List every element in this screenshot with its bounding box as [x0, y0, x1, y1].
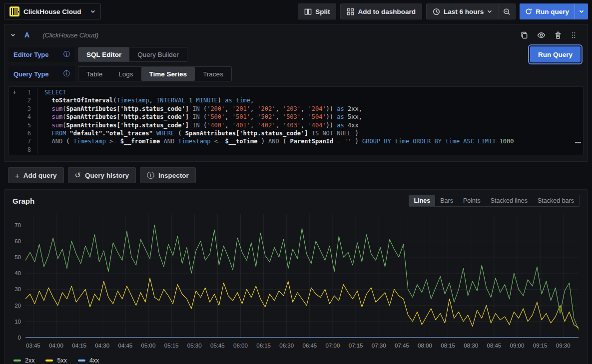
split-button[interactable]: Split — [298, 3, 336, 19]
toggle-visibility-eye-icon[interactable] — [537, 31, 546, 39]
x-axis-tick-label: 08:00 — [418, 343, 432, 349]
query-editor-panel: A (ClickHouse Cloud) Editor Type ⓘ SQL E… — [4, 24, 588, 162]
editor-cursor-marker — [575, 142, 581, 143]
query-type-label: Query Type ⓘ — [8, 66, 75, 81]
gutter-add-icon — [9, 105, 20, 113]
add-query-button[interactable]: + Add query — [8, 167, 64, 183]
graph-mode-bars[interactable]: Bars — [435, 195, 458, 206]
duplicate-query-icon[interactable] — [521, 31, 528, 39]
zoom-out-time-button[interactable] — [499, 3, 516, 19]
chart-legend: 2xx5xx4xx — [8, 355, 584, 364]
editor-type-toggle: SQL EditorQuery Builder — [78, 47, 187, 62]
code-line-3[interactable]: 3 sum(SpanAttributes['http.status_code']… — [9, 105, 583, 113]
gutter-add-icon — [9, 146, 20, 154]
graph-panel: Graph LinesBarsPointsStacked linesStacke… — [4, 189, 588, 364]
datasource-name: ClickHouse Cloud — [23, 8, 86, 15]
query-type-toggle: TableLogsTime SeriesTraces — [78, 66, 232, 81]
code-text: sum(SpanAttributes['http.status_code'] I… — [37, 121, 583, 129]
history-icon: ↺ — [75, 171, 81, 180]
editor-type-query-builder[interactable]: Query Builder — [129, 47, 187, 61]
code-line-8[interactable]: 8 — [9, 146, 583, 154]
time-series-chart[interactable]: 01020304050607003:4504:0004:1504:3004:45… — [8, 209, 584, 355]
graph-mode-stacked-lines[interactable]: Stacked lines — [486, 195, 533, 206]
code-text: SELECT — [37, 88, 583, 96]
editor-type-row: Editor Type ⓘ SQL EditorQuery Builder Ru… — [8, 46, 584, 62]
line-number: 8 — [20, 146, 33, 154]
x-axis-tick-label: 05:45 — [210, 343, 225, 349]
line-number: 6 — [20, 129, 33, 137]
x-axis-tick-label: 09:00 — [510, 343, 525, 349]
add-to-dashboard-button[interactable]: Add to dashboard — [340, 3, 422, 19]
x-axis-tick-label: 09:30 — [556, 343, 571, 349]
query-type-table[interactable]: Table — [78, 67, 110, 81]
time-controls: Last 6 hours — [426, 3, 516, 19]
y-axis-tick-label: 70 — [14, 222, 21, 228]
legend-label: 5xx — [57, 357, 66, 364]
legend-item-2xx[interactable]: 2xx — [13, 357, 34, 364]
code-line-1[interactable]: +1SELECT — [9, 88, 583, 96]
delete-query-trash-icon[interactable] — [555, 31, 562, 39]
info-icon[interactable]: ⓘ — [63, 69, 70, 78]
series-line-5xx — [25, 278, 579, 328]
chevron-down-icon — [487, 9, 492, 14]
info-icon[interactable]: ⓘ — [63, 50, 70, 59]
inspector-button[interactable]: ⓘ Inspector — [140, 167, 196, 183]
y-axis-tick-label: 50 — [14, 254, 21, 260]
gutter-add-icon — [9, 121, 20, 129]
code-line-7[interactable]: 7 AND ( Timestamp >= $__fromTime AND Tim… — [9, 137, 583, 145]
query-type-time-series[interactable]: Time Series — [141, 67, 195, 81]
graph-mode-lines[interactable]: Lines — [409, 195, 436, 206]
x-axis-tick-label: 06:30 — [279, 343, 294, 349]
time-range-picker[interactable]: Last 6 hours — [426, 3, 499, 19]
gutter-add-icon — [9, 96, 20, 104]
graph-mode-points[interactable]: Points — [458, 195, 486, 206]
code-line-4[interactable]: 4 sum(SpanAttributes['http.status_code']… — [9, 113, 583, 121]
run-query-dropdown-button[interactable] — [575, 9, 588, 14]
query-type-traces[interactable]: Traces — [195, 67, 231, 81]
datasource-picker[interactable]: ClickHouse Cloud — [4, 3, 101, 19]
line-number: 4 — [20, 113, 33, 121]
run-query-button[interactable]: Run query — [520, 8, 575, 15]
x-axis-tick-label: 07:00 — [326, 343, 340, 349]
graph-style-toggle: LinesBarsPointsStacked linesStacked bars — [409, 195, 580, 207]
add-to-dashboard-label: Add to dashboard — [358, 8, 416, 15]
line-number: 1 — [20, 88, 33, 96]
editor-type-sql-editor[interactable]: SQL Editor — [78, 47, 129, 61]
gutter-add-icon — [9, 137, 20, 145]
x-axis-tick-label: 05:00 — [141, 343, 156, 349]
line-number: 5 — [20, 121, 33, 129]
x-axis-tick-label: 06:00 — [233, 343, 248, 349]
run-query-split-button: Run query — [520, 3, 588, 19]
run-query-panel-button[interactable]: Run Query — [530, 46, 581, 62]
code-text: AND ( Timestamp >= $__fromTime AND Times… — [37, 137, 583, 145]
graph-mode-stacked-bars[interactable]: Stacked bars — [533, 195, 579, 206]
graph-panel-title: Graph — [12, 197, 34, 205]
x-axis-tick-label: 04:30 — [95, 343, 109, 349]
code-text — [37, 146, 583, 154]
x-axis-tick-label: 04:00 — [49, 343, 63, 349]
x-axis-tick-label: 05:15 — [164, 343, 179, 349]
collapse-chevron-icon[interactable] — [10, 32, 15, 37]
drag-handle-grip-icon[interactable] — [571, 31, 577, 39]
query-ref-id[interactable]: A — [24, 31, 29, 39]
split-icon — [304, 8, 312, 15]
code-text: FROM "default"."otel_traces" WHERE ( Spa… — [37, 129, 583, 137]
query-type-row: Query Type ⓘ TableLogsTime SeriesTraces — [8, 66, 584, 81]
legend-item-4xx[interactable]: 4xx — [78, 357, 99, 364]
gutter-add-icon[interactable]: + — [9, 88, 20, 96]
line-number: 3 — [20, 105, 33, 113]
code-line-6[interactable]: 6 FROM "default"."otel_traces" WHERE ( S… — [9, 129, 583, 137]
query-type-logs[interactable]: Logs — [110, 67, 141, 81]
sql-code-editor[interactable]: +1SELECT2 toStartOfInterval(Timestamp, I… — [8, 86, 584, 155]
magnifier-minus-icon — [503, 8, 511, 15]
x-axis-tick-label: 07:45 — [395, 343, 409, 349]
graph-panel-header: Graph LinesBarsPointsStacked linesStacke… — [8, 195, 584, 207]
x-axis-tick-label: 07:30 — [372, 343, 386, 349]
line-number: 2 — [20, 96, 33, 104]
legend-label: 2xx — [25, 357, 34, 364]
code-line-5[interactable]: 5 sum(SpanAttributes['http.status_code']… — [9, 121, 583, 129]
query-history-button[interactable]: ↺ Query history — [68, 167, 136, 183]
legend-item-5xx[interactable]: 5xx — [45, 357, 66, 364]
code-line-2[interactable]: 2 toStartOfInterval(Timestamp, INTERVAL … — [9, 96, 583, 104]
y-axis-tick-label: 40 — [14, 270, 21, 276]
